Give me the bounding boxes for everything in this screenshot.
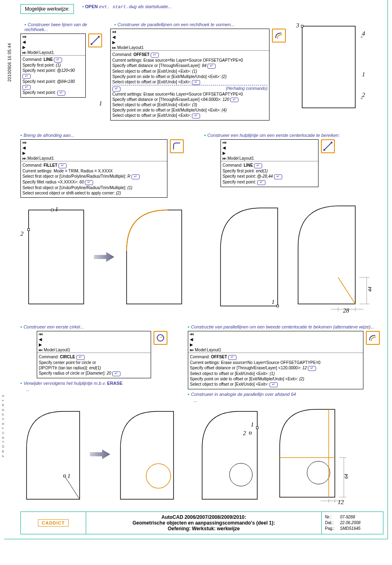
step6-analog: •Construeer in analogie de parallellijn … xyxy=(188,392,380,397)
step1-title: •Construeer twee lijnen van de rechthoek… xyxy=(20,22,102,32)
step6-title: •Constructie van parallellijnen om een t… xyxy=(188,324,380,329)
cmdbox-offset1: ⏮◀▶⏭ Model Layout1 Command: OFFSET ↵ Cur… xyxy=(110,29,270,121)
svg-line-0 xyxy=(91,37,99,44)
cmdbox-circle: ⏮◀▶⏭ ModelLayout1 Command: CIRCLE ↵ Spec… xyxy=(37,331,151,378)
fillet-before-fig: 1 2 xyxy=(20,206,90,308)
offset2-after-fig: 64 12 xyxy=(274,405,363,503)
open-note: • OPEN evt. start.dwg als startsituatie.… xyxy=(82,4,172,9)
svg-point-21 xyxy=(307,461,330,484)
cmdbox-line2: ⏮◀▶⏭ ModelLayout1 Command: LINE ↵ Specif… xyxy=(220,139,318,187)
line-tool-icon xyxy=(88,33,102,47)
hulplijn-before-fig: 1 xyxy=(212,204,286,310)
tab-model[interactable]: Model xyxy=(27,50,38,55)
step2-title: •Construeer de parallellijnen om een rec… xyxy=(110,22,286,27)
dim-44: 44 xyxy=(368,287,372,292)
footer-title: AutoCAD 2006/2007/2008/2009/2010: Geomet… xyxy=(86,512,322,534)
nav-prev-icon[interactable]: ◀ xyxy=(22,39,27,45)
svg-rect-6 xyxy=(331,142,332,143)
step3-title: •Breng de afronding aan... xyxy=(20,133,184,138)
brand-logo: MULTI PROJECTEXPERTS xyxy=(0,392,5,457)
erase-note: •Verwijder vervolgens het hulplijntje m.… xyxy=(20,381,180,386)
nav-next-icon[interactable]: ▶ xyxy=(22,45,27,50)
svg-line-8 xyxy=(338,277,355,304)
offset2-before-fig: 1 2 xyxy=(196,407,270,501)
svg-rect-3 xyxy=(302,26,355,108)
cmdbox-offset2: ⏮◀▶⏭ ModelLayout1 Command: OFFSET ↵ Curr… xyxy=(188,331,363,389)
step5-title: •Construeer een eerste cirkel... xyxy=(20,324,180,329)
tab-model[interactable]: Model xyxy=(117,45,128,50)
tab-layout1[interactable]: Layout1 xyxy=(129,45,144,50)
fillet-tool-icon xyxy=(170,139,184,153)
svg-rect-5 xyxy=(323,149,325,151)
circle-tool-icon xyxy=(154,331,167,345)
svg-marker-18 xyxy=(90,449,110,459)
enter-key-icon: ↵ xyxy=(54,58,62,63)
tab-layout1[interactable]: Layout1 xyxy=(39,50,54,55)
tab-nav[interactable]: ⏮ ◀ ▶ ⏭ xyxy=(22,34,27,55)
rectangle-figure: 3 4 + 1 2 + xyxy=(294,22,368,120)
page-title: Mogelijke werkwijze: xyxy=(20,4,74,14)
line-tool-icon xyxy=(321,139,335,153)
nav-last-icon[interactable]: ⏭ xyxy=(22,50,27,55)
fillet-after-fig xyxy=(118,206,188,308)
cmdbox-line: ⏮ ◀ ▶ ⏭ Model Layout1 Command: LINE ↵ Sp… xyxy=(20,33,86,98)
svg-line-16 xyxy=(160,336,163,338)
cmdbox-fillet: ⏮◀▶⏭ ModelLayout1 Command: FILLET ↵ Curr… xyxy=(20,139,167,198)
arrow-right-icon xyxy=(90,446,110,462)
svg-point-20 xyxy=(229,463,252,486)
svg-line-17 xyxy=(65,476,80,499)
caddict-logo: CADDICT xyxy=(21,512,86,534)
svg-line-4 xyxy=(324,143,332,150)
circle-before-fig: 1 xyxy=(20,407,86,501)
svg-marker-7 xyxy=(94,252,114,262)
svg-rect-2 xyxy=(98,36,100,38)
offset-tool-icon xyxy=(272,29,286,42)
hulplijn-after-fig: 44 28 xyxy=(290,202,380,312)
circle-after-fig xyxy=(114,407,180,501)
nav-first-icon[interactable]: ⏮ xyxy=(22,34,27,39)
arrow-right-icon xyxy=(94,249,114,265)
offset-tool-icon xyxy=(366,331,380,345)
fig-marker-1: 1 xyxy=(20,100,102,107)
timestamp: 20100906 16:05:44 xyxy=(7,43,12,82)
svg-point-19 xyxy=(146,464,171,488)
svg-text:64: 64 xyxy=(344,473,349,478)
step4-title: •Construeer een hulplijntje om een eerst… xyxy=(204,133,376,138)
svg-rect-1 xyxy=(91,43,92,45)
footer-meta: Nr.: 07-9288 Dat.: 22.06.2008 Pag.: SMD5… xyxy=(322,512,383,534)
